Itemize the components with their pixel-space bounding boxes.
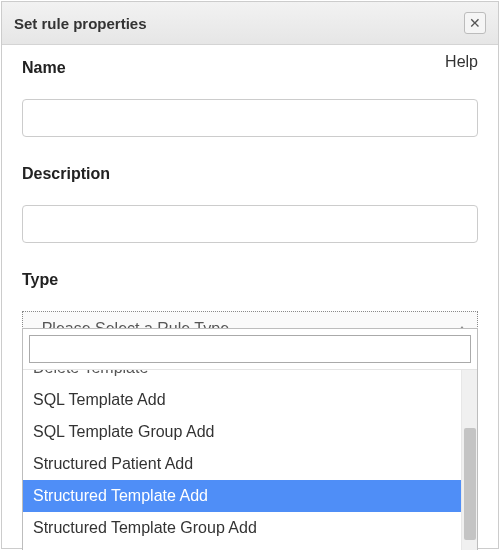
dropdown-option[interactable]: Structured Template Group Add	[23, 512, 461, 544]
scroll-thumb[interactable]	[464, 428, 476, 540]
name-input[interactable]	[22, 99, 478, 137]
description-input[interactable]	[22, 205, 478, 243]
dropdown-option[interactable]: Structured Template Add	[23, 480, 461, 512]
dialog-titlebar: Set rule properties ✕	[2, 2, 498, 45]
dropdown-option[interactable]: SQL Template Group Add	[23, 416, 461, 448]
type-label: Type	[22, 271, 478, 289]
dropdown-option[interactable]: Delete Template	[23, 370, 461, 384]
rule-properties-dialog: Set rule properties ✕ Help Name Descript…	[1, 1, 499, 549]
dialog-title: Set rule properties	[14, 15, 147, 32]
close-icon: ✕	[469, 16, 481, 30]
help-link[interactable]: Help	[445, 53, 478, 71]
dropdown-option[interactable]: Structured Patient Add	[23, 448, 461, 480]
type-dropdown-panel: Delete Template SQL Template Add SQL Tem…	[22, 328, 478, 550]
dropdown-options-viewport: Delete Template SQL Template Add SQL Tem…	[23, 370, 477, 550]
dropdown-scrollbar[interactable]	[461, 370, 477, 550]
description-label: Description	[22, 165, 478, 183]
dialog-body: Help Name Description Type --Please Sele…	[2, 45, 498, 347]
close-button[interactable]: ✕	[464, 12, 486, 34]
dropdown-option[interactable]: Custom SQL	[23, 544, 461, 550]
dropdown-option[interactable]: SQL Template Add	[23, 384, 461, 416]
name-label: Name	[22, 59, 478, 77]
dropdown-search-wrap	[23, 329, 477, 370]
dropdown-options-list: Delete Template SQL Template Add SQL Tem…	[23, 370, 461, 550]
dropdown-search-input[interactable]	[29, 335, 471, 363]
